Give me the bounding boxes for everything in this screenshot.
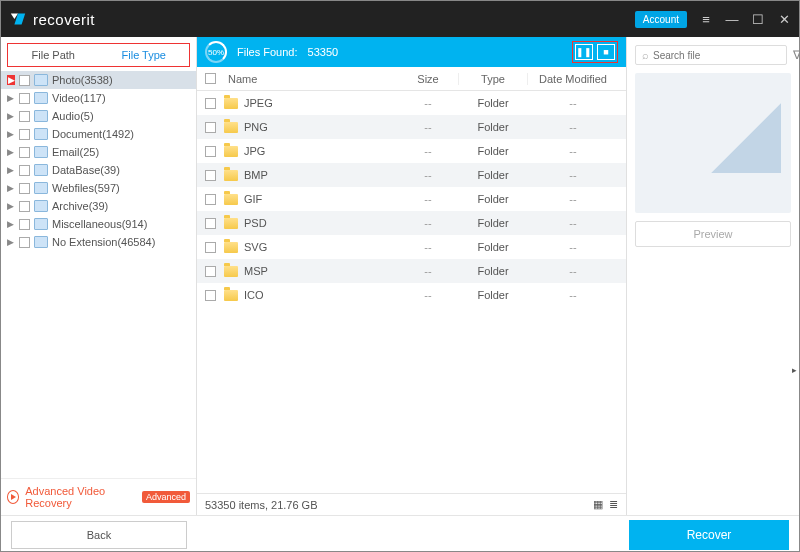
recover-button[interactable]: Recover: [629, 520, 789, 550]
chevron-right-icon[interactable]: ▶: [7, 111, 15, 121]
cell-size: --: [398, 289, 458, 301]
tree-checkbox[interactable]: [19, 183, 30, 194]
menu-icon[interactable]: ≡: [699, 12, 713, 27]
tree-item-8[interactable]: ▶Miscellaneous(914): [1, 215, 196, 233]
chevron-right-icon[interactable]: ▶: [7, 147, 15, 157]
advanced-video-recovery[interactable]: Advanced Video Recovery Advanced: [1, 478, 196, 515]
tree-checkbox[interactable]: [19, 75, 30, 86]
tree-checkbox[interactable]: [19, 147, 30, 158]
folder-icon: [224, 98, 238, 109]
cell-name: MSP: [244, 265, 398, 277]
select-all-checkbox[interactable]: [205, 73, 216, 84]
maximize-button[interactable]: ☐: [751, 12, 765, 27]
scan-percent: 50%: [205, 41, 227, 63]
tree-checkbox[interactable]: [19, 111, 30, 122]
chevron-right-icon[interactable]: ▶: [7, 129, 15, 139]
row-checkbox[interactable]: [205, 218, 216, 229]
tree-item-9[interactable]: ▶No Extension(46584): [1, 233, 196, 251]
cell-size: --: [398, 241, 458, 253]
tree-item-5[interactable]: ▶DataBase(39): [1, 161, 196, 179]
cell-name: JPG: [244, 145, 398, 157]
stop-scan-button[interactable]: ■: [597, 44, 615, 60]
tree-checkbox[interactable]: [19, 129, 30, 140]
cell-size: --: [398, 265, 458, 277]
tree-item-2[interactable]: ▶Audio(5): [1, 107, 196, 125]
tree-item-0[interactable]: ▶Photo(3538): [1, 71, 196, 89]
search-icon: ⌕: [642, 49, 649, 61]
app-logo: recoverit: [9, 10, 95, 28]
tree-item-4[interactable]: ▶Email(25): [1, 143, 196, 161]
row-checkbox[interactable]: [205, 146, 216, 157]
titlebar: recoverit Account ≡ — ☐ ✕: [1, 1, 799, 37]
tree-item-1[interactable]: ▶Video(117): [1, 89, 196, 107]
search-box[interactable]: ⌕: [635, 45, 787, 65]
chevron-right-icon[interactable]: ▶: [7, 183, 15, 193]
row-checkbox[interactable]: [205, 242, 216, 253]
grid-view-icon[interactable]: ▦: [593, 498, 603, 511]
tree-item-7[interactable]: ▶Archive(39): [1, 197, 196, 215]
tree-item-3[interactable]: ▶Document(1492): [1, 125, 196, 143]
tree-label: Miscellaneous(914): [52, 218, 147, 230]
tree-label: Document(1492): [52, 128, 134, 140]
tree-checkbox[interactable]: [19, 201, 30, 212]
row-checkbox[interactable]: [205, 122, 216, 133]
col-size[interactable]: Size: [398, 73, 458, 85]
row-checkbox[interactable]: [205, 194, 216, 205]
col-type[interactable]: Type: [458, 73, 528, 85]
tree-checkbox[interactable]: [19, 237, 30, 248]
row-checkbox[interactable]: [205, 170, 216, 181]
table-body: JPEG--Folder--PNG--Folder--JPG--Folder--…: [197, 91, 626, 493]
list-view-icon[interactable]: ≣: [609, 498, 618, 511]
row-checkbox[interactable]: [205, 98, 216, 109]
tree-checkbox[interactable]: [19, 165, 30, 176]
chevron-right-icon[interactable]: ▶: [7, 237, 15, 247]
table-row[interactable]: BMP--Folder--: [197, 163, 626, 187]
account-button[interactable]: Account: [635, 11, 687, 28]
cell-date: --: [528, 289, 618, 301]
col-date[interactable]: Date Modified: [528, 73, 618, 85]
category-icon: [34, 164, 48, 176]
tree-checkbox[interactable]: [19, 93, 30, 104]
row-checkbox[interactable]: [205, 290, 216, 301]
back-button[interactable]: Back: [11, 521, 187, 549]
pause-scan-button[interactable]: ❚❚: [575, 44, 593, 60]
table-header: Name Size Type Date Modified: [197, 67, 626, 91]
close-button[interactable]: ✕: [777, 12, 791, 27]
scan-controls: ❚❚ ■: [572, 41, 618, 63]
cell-date: --: [528, 217, 618, 229]
table-row[interactable]: PNG--Folder--: [197, 115, 626, 139]
tree-checkbox[interactable]: [19, 219, 30, 230]
preview-button[interactable]: Preview: [635, 221, 791, 247]
table-row[interactable]: PSD--Folder--: [197, 211, 626, 235]
expand-caret-icon[interactable]: ▸: [792, 365, 797, 375]
filter-icon[interactable]: ∇: [793, 48, 800, 62]
cell-name: GIF: [244, 193, 398, 205]
minimize-button[interactable]: —: [725, 12, 739, 27]
chevron-right-icon[interactable]: ▶: [7, 201, 15, 211]
folder-icon: [224, 266, 238, 277]
cell-size: --: [398, 217, 458, 229]
chevron-right-icon[interactable]: ▶: [7, 165, 15, 175]
table-row[interactable]: JPG--Folder--: [197, 139, 626, 163]
tab-file-path[interactable]: File Path: [8, 44, 99, 66]
chevron-right-icon[interactable]: ▶: [7, 93, 15, 103]
row-checkbox[interactable]: [205, 266, 216, 277]
table-row[interactable]: GIF--Folder--: [197, 187, 626, 211]
cell-size: --: [398, 169, 458, 181]
folder-icon: [224, 218, 238, 229]
col-name[interactable]: Name: [224, 73, 398, 85]
chevron-right-icon[interactable]: ▶: [7, 75, 15, 85]
files-found-count: 53350: [308, 46, 339, 58]
table-row[interactable]: SVG--Folder--: [197, 235, 626, 259]
tree-item-6[interactable]: ▶Webfiles(597): [1, 179, 196, 197]
tab-file-type[interactable]: File Type: [99, 44, 190, 66]
chevron-right-icon[interactable]: ▶: [7, 219, 15, 229]
cell-date: --: [528, 169, 618, 181]
table-row[interactable]: ICO--Folder--: [197, 283, 626, 307]
table-row[interactable]: JPEG--Folder--: [197, 91, 626, 115]
advanced-label: Advanced Video Recovery: [25, 485, 136, 509]
logo-icon: [9, 10, 27, 28]
cell-date: --: [528, 265, 618, 277]
search-input[interactable]: [653, 50, 780, 61]
table-row[interactable]: MSP--Folder--: [197, 259, 626, 283]
